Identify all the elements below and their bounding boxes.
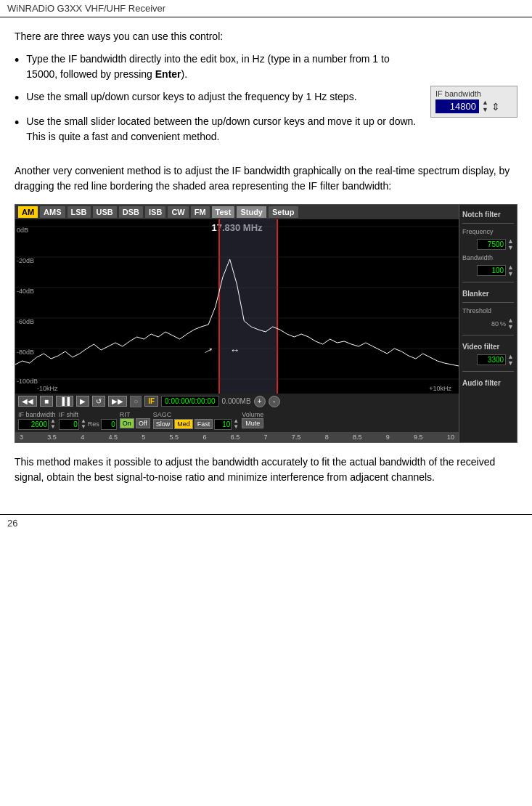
rit-on-btn[interactable]: On	[120, 418, 134, 428]
if-shift-title: IF shift	[59, 411, 78, 418]
divider-5	[462, 371, 514, 372]
labels-row: IF bandwidth ▲▼ IF shift ▲▼ Res	[15, 410, 459, 433]
mode-test[interactable]: Test	[212, 206, 235, 218]
if-bandwidth-input[interactable]	[435, 99, 479, 113]
if-bandwidth-spinners[interactable]: ▲ ▼	[482, 99, 488, 114]
if-shift-field[interactable]	[59, 419, 79, 430]
blanker-title: Blanker	[462, 290, 514, 298]
btn-repeat[interactable]: ↺	[92, 396, 105, 407]
mode-setup[interactable]: Setup	[269, 206, 298, 218]
mhz-6: 6	[202, 433, 206, 441]
mute-btn[interactable]: Mute	[242, 418, 263, 428]
frequency-input[interactable]	[477, 239, 506, 250]
mhz-8: 8	[325, 433, 329, 441]
mhz-9.5: 9.5	[414, 433, 423, 441]
video-filter-title: Video filter	[462, 343, 514, 351]
mhz-5: 5	[142, 433, 145, 441]
btn-play[interactable]: ▶	[76, 396, 89, 407]
freq-minus10khz: -10kHz	[37, 385, 58, 392]
mode-am[interactable]: AM	[18, 206, 38, 218]
sagc-spinner[interactable]: ▲▼	[233, 418, 239, 431]
bandwidth-spinner[interactable]: ▲▼	[507, 264, 514, 277]
spectrum-sidebar: Notch filter Frequency ▲▼ Bandwidth ▲▼ B…	[459, 205, 517, 443]
notch-filter-title: Notch filter	[462, 211, 514, 219]
divider-2	[462, 282, 514, 282]
btn-stop[interactable]: ■	[40, 396, 53, 407]
rit-group: RIT On Off	[120, 411, 150, 428]
mode-study[interactable]: Study	[237, 206, 266, 218]
divider-3	[462, 302, 514, 303]
video-filter-spinner[interactable]: ▲▼	[507, 354, 514, 367]
res-label: Res	[88, 420, 99, 428]
bullet-text-3: Use the small slider located between the…	[26, 114, 419, 144]
if-bandwidth-group: IF bandwidth ▲▼	[18, 411, 56, 431]
btn-forward[interactable]: ▶▶	[108, 396, 127, 407]
threshold-label: Threshold	[462, 307, 514, 314]
mode-usb[interactable]: USB	[93, 206, 117, 218]
mode-lsb[interactable]: LSB	[67, 206, 91, 218]
page-number: 26	[7, 518, 17, 529]
sagc-value-field[interactable]	[214, 419, 232, 430]
spectrum-display: AM AMS LSB USB DSB ISB CW FM Test Study …	[15, 204, 517, 444]
mode-fm[interactable]: FM	[191, 206, 210, 218]
res-field[interactable]	[101, 419, 117, 430]
bullet-dot-2: •	[15, 91, 19, 107]
volume-group: Volume Mute	[242, 411, 263, 428]
spectrum-svg: → ↔	[15, 219, 459, 394]
threshold-spinner[interactable]: ▲▼	[507, 317, 514, 330]
if-bandwidth-widget: IF bandwidth ▲ ▼ ⇕	[430, 86, 517, 118]
freq-plus10khz: +10kHz	[429, 385, 451, 392]
mhz-9: 9	[386, 433, 390, 441]
bandwidth-label: Bandwidth	[462, 254, 514, 261]
btn-rewind[interactable]: ◀◀	[18, 396, 37, 407]
threshold-value: 80	[491, 320, 499, 327]
svg-text:→: →	[199, 341, 217, 359]
mode-cw[interactable]: CW	[168, 206, 188, 218]
frequency-spinner[interactable]: ▲▼	[507, 238, 514, 251]
if-bandwidth-slider[interactable]: ⇕	[491, 101, 500, 113]
mhz-scale-bar: 3 3.5 4 4.5 5 5.5 6 6.5 7 7.5 8 8.5 9 9.…	[15, 432, 459, 442]
bullet-item-3: • Use the small slider located between t…	[15, 114, 419, 144]
mode-ams[interactable]: AMS	[40, 206, 65, 218]
threshold-row: 80 % ▲▼	[462, 317, 514, 330]
btn-if[interactable]: IF	[144, 396, 158, 407]
bullet-item-1: • Type the IF bandwidth directly into th…	[15, 52, 419, 82]
if-shift-group: IF shift ▲▼ Res	[59, 411, 117, 431]
mhz-10: 10	[447, 433, 454, 441]
vol-minus[interactable]: -	[269, 396, 280, 407]
vol-plus[interactable]: +	[254, 396, 266, 407]
page-footer: 26	[0, 514, 532, 532]
btn-circle: ○	[130, 396, 142, 407]
spectrum-plot: 17.830 MHz 0dB -20dB -40dB -60dB -80dB -…	[15, 219, 459, 394]
if-bandwidth-widget-label: IF bandwidth	[435, 89, 512, 98]
transport-controls: ◀◀ ■ ▐▐ ▶ ↺ ▶▶ ○ IF 0:00:00/0:00:00 0.00…	[15, 394, 459, 410]
sagc-slow-btn[interactable]: Slow	[153, 419, 173, 429]
btn-pause[interactable]: ▐▐	[56, 396, 73, 407]
divider-1	[462, 223, 514, 224]
mode-dsb[interactable]: DSB	[119, 206, 143, 218]
mode-isb[interactable]: ISB	[145, 206, 165, 218]
video-filter-input[interactable]	[477, 354, 506, 365]
if-shift-spinner[interactable]: ▲▼	[81, 418, 86, 431]
spectrum-toolbar: AM AMS LSB USB DSB ISB CW FM Test Study …	[15, 205, 459, 219]
svg-text:↔: ↔	[230, 343, 240, 355]
rit-off-btn[interactable]: Off	[136, 418, 150, 428]
mhz-3: 3	[20, 433, 23, 441]
divider-4	[462, 335, 514, 335]
mb-display: 0.000MB	[222, 397, 251, 405]
bandwidth-input[interactable]	[477, 265, 506, 276]
if-bw-spinner[interactable]: ▲▼	[50, 418, 56, 431]
sagc-fast-btn[interactable]: Fast	[195, 419, 213, 429]
sagc-group: SAGC Slow Med Fast ▲▼	[153, 411, 239, 431]
mhz-7: 7	[264, 433, 268, 441]
mhz-5.5: 5.5	[170, 433, 179, 441]
intro-text: There are three ways you can use this co…	[15, 29, 517, 44]
bandwidth-row: ▲▼	[462, 264, 514, 277]
audio-filter-title: Audio filter	[462, 379, 514, 387]
volume-title: Volume	[242, 411, 263, 418]
mhz-7.5: 7.5	[292, 433, 301, 441]
video-filter-row: ▲▼	[462, 354, 514, 367]
bullet-text-2: Use the small up/down cursor keys to adj…	[26, 89, 356, 105]
if-bandwidth-field[interactable]	[18, 419, 49, 430]
sagc-med-btn[interactable]: Med	[174, 419, 193, 429]
